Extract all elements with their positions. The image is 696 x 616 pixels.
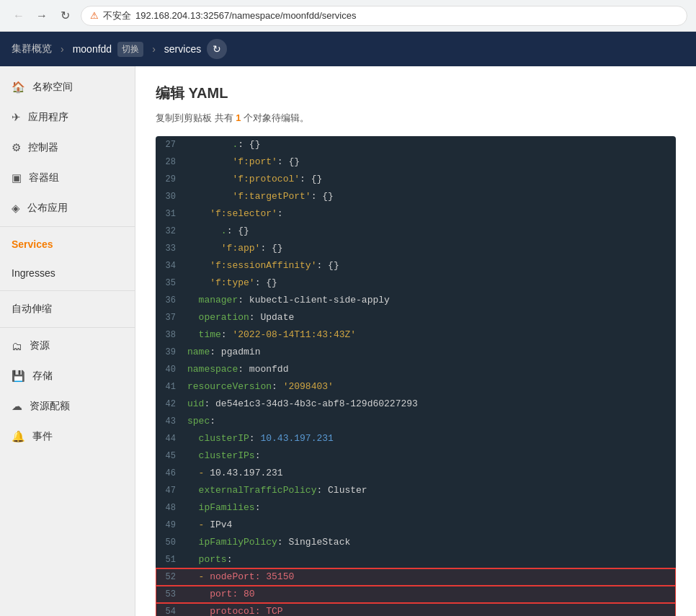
- line-number: 51: [156, 552, 184, 568]
- sidebar-item-ingresses[interactable]: Ingresses: [0, 259, 135, 287]
- line-content: - IPv4: [184, 517, 676, 533]
- sidebar-label-events: 事件: [32, 430, 53, 443]
- copy-notice-prefix: 复制到剪贴板 共有: [156, 112, 236, 123]
- events-icon: 🔔: [12, 430, 25, 443]
- line-number: 49: [156, 517, 184, 533]
- publish-icon: ◈: [12, 202, 20, 215]
- sidebar-item-publish[interactable]: ◈ 公布应用: [0, 193, 135, 223]
- reload-button[interactable]: ↻: [55, 6, 75, 26]
- nav-buttons: ← → ↻: [9, 6, 75, 26]
- line-content: .: {}: [184, 223, 676, 239]
- containers-icon: ▣: [12, 171, 22, 184]
- code-line-35: 35 'f:type': {}: [156, 274, 676, 292]
- line-number: 39: [156, 344, 184, 360]
- line-content: 'f:port': {}: [184, 154, 676, 170]
- code-line-32: 32 .: {}: [156, 223, 676, 240]
- namespace-label: moonfdd: [73, 43, 112, 55]
- line-number: 54: [156, 604, 184, 616]
- line-number: 28: [156, 154, 184, 170]
- security-warning-icon: ⚠: [90, 10, 99, 21]
- code-line-50: 50 ipFamilyPolicy: SingleStack: [156, 534, 676, 551]
- sidebar-item-autoscale[interactable]: 自动伸缩: [0, 294, 135, 324]
- line-number: 32: [156, 223, 184, 239]
- sidebar: 🏠 名称空间 ✈ 应用程序 ⚙ 控制器 ▣ 容器组 ◈ 公布应用 Service…: [0, 66, 135, 616]
- resources-icon: 🗂: [12, 340, 22, 352]
- line-number: 50: [156, 535, 184, 550]
- line-number: 35: [156, 275, 184, 291]
- code-line-36: 36 manager: kubectl-client-side-apply: [156, 292, 676, 309]
- sidebar-item-apps[interactable]: ✈ 应用程序: [0, 102, 135, 133]
- line-number: 29: [156, 171, 184, 187]
- address-bar[interactable]: ⚠ 不安全 192.168.204.13:32567/namespace/moo…: [81, 6, 687, 26]
- code-line-45: 45 clusterIPs:: [156, 447, 676, 465]
- copy-notice: 复制到剪贴板 共有 1 个对象待编辑。: [156, 112, 676, 125]
- code-line-34: 34 'f:sessionAffinity': {}: [156, 257, 676, 274]
- sidebar-item-quota[interactable]: ☁ 资源配额: [0, 391, 135, 421]
- code-line-43: 43spec:: [156, 413, 676, 430]
- line-number: 40: [156, 362, 184, 378]
- code-line-42: 42uid: de54e1c3-34d3-4b3c-abf8-129d60227…: [156, 396, 676, 413]
- line-number: 44: [156, 431, 184, 447]
- code-line-28: 28 'f:port': {}: [156, 153, 676, 171]
- main-content: 编辑 YAML 复制到剪贴板 共有 1 个对象待编辑。 27 .: {}28 '…: [135, 66, 696, 616]
- sidebar-label-services: Services: [12, 238, 53, 250]
- current-page-label: services: [164, 43, 201, 55]
- code-line-48: 48 ipFamilies:: [156, 499, 676, 517]
- sidebar-item-events[interactable]: 🔔 事件: [0, 421, 135, 452]
- browser-chrome: ← → ↻ ⚠ 不安全 192.168.204.13:32567/namespa…: [0, 0, 696, 32]
- line-content: manager: kubectl-client-side-apply: [184, 293, 676, 308]
- url-display: 192.168.204.13:32567/namespace/moonfdd/s…: [135, 10, 356, 21]
- cluster-overview-link[interactable]: 集群概览: [12, 43, 52, 55]
- code-line-54: 54 protocol: TCP: [156, 603, 676, 616]
- code-line-49: 49 - IPv4: [156, 517, 676, 534]
- sidebar-item-namespace[interactable]: 🏠 名称空间: [0, 72, 135, 102]
- line-content: clusterIP: 10.43.197.231: [184, 431, 676, 447]
- switch-button[interactable]: 切换: [117, 42, 143, 57]
- code-line-27: 27 .: {}: [156, 136, 676, 153]
- sidebar-label-autoscale: 自动伸缩: [12, 303, 52, 316]
- line-number: 52: [156, 569, 184, 585]
- line-number: 34: [156, 258, 184, 274]
- breadcrumb-sep-1: ›: [61, 43, 64, 55]
- sidebar-item-storage[interactable]: 💾 存储: [0, 361, 135, 391]
- line-number: 31: [156, 206, 184, 222]
- code-line-30: 30 'f:targetPort': {}: [156, 188, 676, 205]
- copy-notice-suffix: 个对象待编辑。: [241, 112, 309, 123]
- line-number: 38: [156, 327, 184, 343]
- quota-icon: ☁: [12, 400, 22, 413]
- sidebar-label-publish: 公布应用: [27, 202, 68, 215]
- code-line-52: 52 - nodePort: 35150: [156, 568, 676, 586]
- line-content: uid: de54e1c3-34d3-4b3c-abf8-129d6022729…: [184, 396, 676, 412]
- line-content: - 10.43.197.231: [184, 465, 676, 481]
- code-line-29: 29 'f:protocol': {}: [156, 171, 676, 188]
- refresh-button[interactable]: ↻: [207, 39, 227, 59]
- code-line-41: 41resourceVersion: '2098403': [156, 378, 676, 396]
- sidebar-item-resources[interactable]: 🗂 资源: [0, 331, 135, 361]
- code-line-33: 33 'f:app': {}: [156, 240, 676, 257]
- code-line-38: 38 time: '2022-08-14T11:43:43Z': [156, 326, 676, 344]
- sidebar-divider-3: [0, 327, 135, 328]
- sidebar-label-containers: 容器组: [29, 171, 59, 184]
- sidebar-label-controllers: 控制器: [28, 141, 58, 154]
- line-content: resourceVersion: '2098403': [184, 379, 676, 395]
- code-line-51: 51 ports:: [156, 551, 676, 568]
- line-content: 'f:type': {}: [184, 275, 676, 291]
- yaml-editor[interactable]: 27 .: {}28 'f:port': {}29 'f:protocol': …: [156, 136, 676, 616]
- page-title: 编辑 YAML: [156, 84, 676, 103]
- line-number: 33: [156, 241, 184, 256]
- sidebar-item-services[interactable]: Services: [0, 230, 135, 259]
- breadcrumb-sep-2: ›: [152, 43, 156, 55]
- line-content: ports:: [184, 552, 676, 568]
- sidebar-label-storage: 存储: [32, 370, 53, 383]
- line-content: 'f:selector':: [184, 206, 676, 222]
- line-number: 48: [156, 500, 184, 516]
- sidebar-divider-2: [0, 290, 135, 291]
- apps-icon: ✈: [12, 111, 21, 124]
- sidebar-item-controllers[interactable]: ⚙ 控制器: [0, 133, 135, 163]
- back-button[interactable]: ←: [9, 6, 29, 26]
- sidebar-item-containers[interactable]: ▣ 容器组: [0, 163, 135, 193]
- code-line-46: 46 - 10.43.197.231: [156, 465, 676, 482]
- code-line-53: 53 port: 80: [156, 586, 676, 603]
- app-layout: 🏠 名称空间 ✈ 应用程序 ⚙ 控制器 ▣ 容器组 ◈ 公布应用 Service…: [0, 66, 696, 616]
- forward-button[interactable]: →: [32, 6, 52, 26]
